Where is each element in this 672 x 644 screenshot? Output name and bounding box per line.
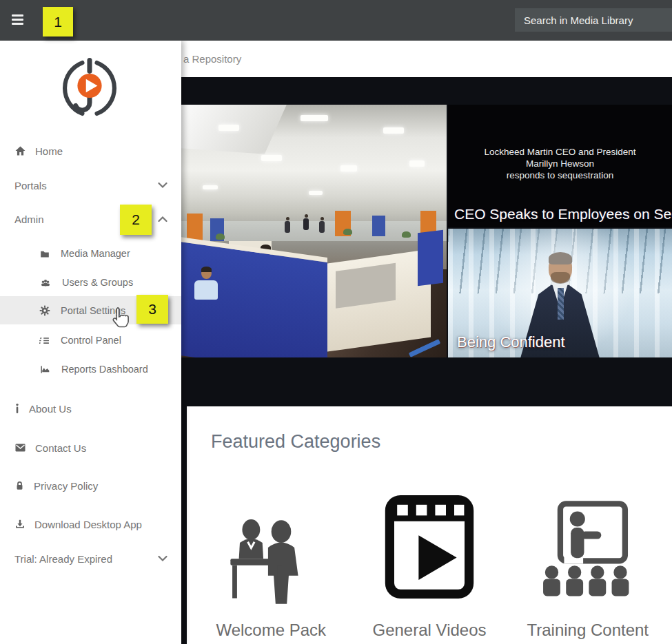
ceiling-light [383, 127, 404, 134]
sidebar-item-label: About Us [29, 403, 72, 415]
category-label: Welcome Pack [216, 621, 326, 640]
video-tile-ceo[interactable]: Lockheed Martin CEO and President Marill… [448, 105, 672, 227]
app-logo [59, 58, 120, 118]
office-banner-image[interactable] [181, 105, 447, 357]
sidebar-item-label: Download Desktop App [34, 519, 142, 530]
mouse-cursor-hand [110, 306, 131, 330]
sidebar-item-trial-expired[interactable]: Trial: Already Expired [0, 545, 181, 572]
sidebar-item-label: Home [35, 145, 63, 157]
annotation-step-3: 3 [136, 295, 168, 324]
sidebar-item-download-desktop-app[interactable]: Download Desktop App [0, 510, 181, 538]
sidebar-item-label: Privacy Policy [34, 480, 98, 492]
ceiling-light [409, 160, 425, 167]
sidebar: Home Portals Admin Media Manager Users &… [0, 41, 181, 644]
floor-stripe [409, 339, 440, 357]
users-icon [39, 278, 52, 288]
plant [402, 231, 411, 238]
sidebar-item-media-manager[interactable]: Media Manager [0, 240, 181, 267]
general-videos-icon [384, 479, 475, 610]
ceo-caption-line: responds to sequestration [448, 169, 672, 181]
sidebar-item-home[interactable]: Home [0, 137, 181, 165]
wall-accent [187, 214, 203, 241]
chevron-down-icon [158, 556, 167, 562]
lock-icon [14, 480, 25, 491]
search-input[interactable] [515, 8, 672, 32]
sidebar-item-users-groups[interactable]: Users & Groups [0, 269, 181, 296]
chevron-up-icon [158, 216, 167, 222]
annotation-step-1: 1 [43, 7, 73, 37]
chart-icon [39, 364, 51, 375]
ceiling-light [301, 115, 328, 121]
ceo-caption-line: Lockheed Martin CEO and President [448, 146, 672, 158]
gear-icon [39, 305, 50, 316]
sidebar-item-reports-dashboard[interactable]: Reports Dashboard [0, 355, 181, 383]
category-training-content[interactable]: Training Content [513, 479, 662, 640]
breadcrumb[interactable]: a Repository [183, 41, 241, 77]
office-person [194, 268, 218, 300]
ceiling-light [309, 191, 323, 195]
category-welcome-pack[interactable]: Welcome Pack [197, 479, 345, 640]
ceo-caption-line: Marillyn Hewson [448, 158, 672, 169]
ceiling-light [218, 125, 239, 131]
office-desk [327, 249, 431, 353]
sidebar-item-label: Media Manager [61, 248, 130, 259]
category-label: General Videos [373, 621, 487, 640]
sidebar-item-label: Control Panel [61, 335, 121, 346]
sidebar-item-control-panel[interactable]: Control Panel [0, 326, 181, 354]
wall-accent [372, 216, 385, 236]
info-icon [14, 403, 20, 414]
category-label: Training Content [527, 621, 649, 640]
sidebar-item-label: Users & Groups [62, 277, 133, 288]
home-icon [14, 145, 26, 156]
chevron-down-icon [158, 183, 167, 189]
sidebar-item-label: Admin [14, 214, 44, 225]
category-general-videos[interactable]: General Videos [356, 479, 504, 640]
sidebar-item-portals[interactable]: Portals [0, 172, 181, 199]
training-content-icon [536, 479, 640, 610]
video-title: CEO Speaks to Employees on Sequ... [454, 206, 672, 222]
list-icon [39, 335, 50, 346]
hamburger-menu-icon[interactable] [12, 14, 23, 25]
folder-icon [39, 249, 50, 259]
sidebar-item-label: Contact Us [35, 442, 86, 454]
plant [216, 233, 225, 240]
office-person [319, 221, 325, 233]
annotation-step-2: 2 [120, 205, 152, 235]
ceiling-light [203, 185, 218, 189]
mail-icon [14, 443, 26, 453]
app-window: a Repository [0, 0, 672, 644]
top-navigation-bar [0, 0, 672, 41]
welcome-pack-icon [219, 479, 323, 610]
office-person [285, 221, 290, 233]
sidebar-item-label: Portals [14, 180, 47, 191]
sidebar-item-label: Trial: Already Expired [14, 553, 112, 565]
sidebar-item-about-us[interactable]: About Us [0, 395, 181, 422]
sidebar-item-privacy-policy[interactable]: Privacy Policy [0, 472, 181, 499]
featured-heading: Featured Categories [211, 431, 380, 453]
plant [343, 229, 352, 235]
office-partition [418, 229, 443, 286]
office-person [303, 218, 309, 230]
featured-categories-section: Featured Categories [187, 406, 672, 644]
ceiling-light [261, 155, 282, 161]
video-tile-being-confident[interactable]: Being Confident [448, 229, 672, 357]
sidebar-item-label: Reports Dashboard [61, 364, 148, 375]
download-icon [14, 519, 26, 530]
sidebar-item-admin[interactable]: Admin [0, 205, 181, 233]
sidebar-item-contact-us[interactable]: Contact Us [0, 434, 181, 461]
ceiling-light [340, 165, 357, 172]
video-title: Being Confident [457, 333, 565, 351]
